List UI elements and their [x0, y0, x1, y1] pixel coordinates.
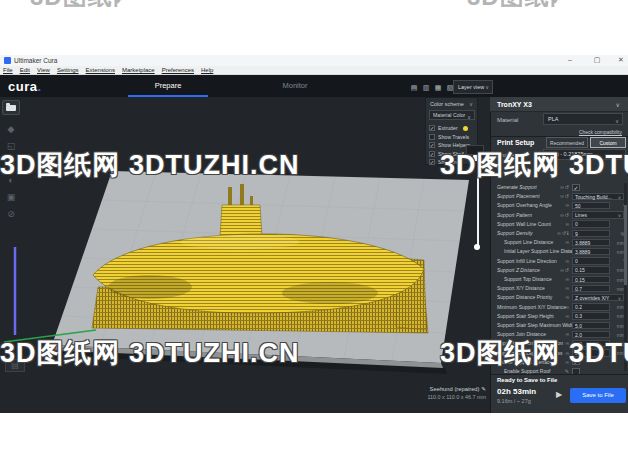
color-scheme-dropdown[interactable]: Material Color ∨	[429, 110, 475, 120]
tab-monitor[interactable]: Monitor	[255, 75, 335, 95]
preview-arrow-icon[interactable]: ▶	[556, 390, 562, 399]
move-icon[interactable]: ◆	[2, 122, 20, 137]
link-icon[interactable]: ∞	[536, 221, 570, 227]
chevron-down-icon: ∨	[618, 296, 621, 302]
setting-value-input[interactable]: 0	[572, 257, 610, 265]
printer-selector[interactable]: TronXY X3 ∨	[490, 97, 628, 112]
setting-value-input[interactable]: 5.0	[572, 322, 610, 330]
setting-value-input[interactable]: 0.7	[572, 285, 610, 293]
layer-slider-upper-handle[interactable]	[473, 155, 482, 161]
link-icon revert-icon info-icon[interactable]: ∞↺ℹ	[536, 230, 570, 236]
setting-value-input[interactable]: 0.2	[572, 349, 610, 357]
menu-help[interactable]: Help	[201, 67, 213, 73]
chevron-down-icon: ∨	[618, 195, 621, 201]
setting-row-support-density: Support Density∞↺ℹ9%	[490, 229, 628, 238]
layer-slider-lower-handle[interactable]	[474, 244, 480, 250]
link-icon[interactable]: ∞	[536, 239, 570, 245]
link-icon revert-icon[interactable]: ∞↺	[536, 267, 570, 273]
setting-dropdown[interactable]: Z overrides X/Y∨	[572, 294, 624, 302]
setting-value-input[interactable]: 0.2	[572, 340, 610, 348]
camera-view-1-icon[interactable]: ▤	[409, 83, 419, 93]
link-icon[interactable]: ∞	[536, 313, 570, 319]
chevron-down-icon[interactable]: ∨	[469, 101, 473, 107]
view-option-show-infill[interactable]: ✓Show Infill	[429, 158, 462, 166]
tab-prepare[interactable]: Prepare	[128, 75, 208, 97]
link-icon revert-icon[interactable]: ∞↺	[536, 212, 570, 218]
setting-value-input[interactable]: 0	[572, 220, 610, 228]
check-compatibility-link[interactable]: Check compatibility	[579, 129, 622, 135]
setting-checkbox[interactable]: ✓	[572, 184, 580, 191]
setting-value-input[interactable]: 0.2	[572, 303, 610, 311]
link-icon[interactable]: ∞	[536, 294, 570, 300]
view-mode-dropdown[interactable]: Layer view∨	[453, 80, 493, 94]
checkbox[interactable]: ✓	[429, 151, 435, 157]
checkbox[interactable]: ✓	[429, 142, 435, 148]
rotate-icon[interactable]: ↻	[2, 156, 20, 171]
viewport-3d-scene[interactable]	[0, 97, 490, 413]
maximize-button[interactable]: ▢	[590, 56, 604, 64]
view-option-show-helpers[interactable]: ✓Show Helpers	[429, 141, 470, 149]
object-list-button[interactable]: ▤	[5, 359, 25, 372]
setting-value-input[interactable]: 3.8889	[572, 248, 610, 256]
minimize-button[interactable]: –	[563, 56, 577, 63]
setting-value-input[interactable]: 2.0	[572, 331, 610, 339]
menu-marketplace[interactable]: Marketplace	[122, 67, 155, 73]
link-icon[interactable]: ∞	[536, 322, 570, 328]
view-option-extruder[interactable]: ✓Extruder	[429, 124, 468, 132]
menu-preferences[interactable]: Preferences	[162, 67, 194, 73]
recommended-button[interactable]: Recommended	[546, 137, 588, 148]
camera-view-3-icon[interactable]: ▦	[433, 83, 443, 93]
open-file-button[interactable]	[2, 100, 20, 115]
close-button[interactable]: ✕	[614, 56, 628, 64]
view-option-show-travels[interactable]: Show Travels	[429, 133, 469, 141]
chevron-down-icon: ∨	[485, 81, 489, 93]
favorite-star-icon[interactable]: ★	[610, 152, 614, 161]
model-name[interactable]: Seehund (repaired)	[430, 386, 480, 392]
save-to-file-button[interactable]: Save to File	[570, 388, 626, 403]
checkbox[interactable]: ✓	[429, 125, 435, 131]
link-icon[interactable]: ∞	[536, 276, 570, 282]
setting-dropdown[interactable]: Touching Build...∨	[572, 193, 624, 201]
setting-value-input[interactable]: 3.8889	[572, 239, 610, 247]
support-blocker-icon[interactable]: ⊘	[2, 207, 20, 222]
link-icon[interactable]: ∞	[536, 331, 570, 337]
edit-icon[interactable]: ✎	[481, 386, 486, 392]
scale-icon[interactable]: ◱	[2, 139, 20, 154]
link-icon[interactable]: ∞	[536, 285, 570, 291]
menu-settings[interactable]: Settings	[57, 67, 79, 73]
camera-view-2-icon[interactable]: ▥	[421, 83, 431, 93]
setting-row-support-x-y-distance: Support X/Y Distance∞0.7mm	[490, 284, 628, 293]
checkbox[interactable]: ✓	[429, 159, 435, 165]
layer-slider-track[interactable]	[477, 158, 479, 248]
link-icon[interactable]: ∞	[536, 248, 570, 254]
setting-dropdown[interactable]: Lines∨	[572, 211, 624, 219]
link-icon[interactable]: ∞	[536, 359, 570, 365]
link-icon[interactable]: ∞	[536, 304, 570, 310]
link-icon[interactable]: ∞	[536, 340, 570, 346]
link-icon revert-icon[interactable]: ∞↺	[536, 184, 570, 190]
custom-button[interactable]: Custom	[590, 137, 626, 148]
scrollbar-thumb[interactable]	[624, 205, 627, 285]
link-icon[interactable]: ∞	[536, 258, 570, 264]
setting-value-input[interactable]: 50	[572, 202, 610, 210]
checkbox[interactable]	[429, 134, 435, 140]
link-icon revert-icon[interactable]: ∞↺	[536, 193, 570, 199]
menu-file[interactable]: File	[3, 67, 13, 73]
setting-checkbox[interactable]: ✓	[572, 358, 580, 365]
setting-value-input[interactable]: 9	[572, 230, 610, 238]
menu-edit[interactable]: Edit	[20, 67, 30, 73]
setting-value-input[interactable]: 0.15	[572, 266, 610, 274]
chevron-down-icon: ∨	[615, 116, 619, 126]
link-icon[interactable]: ∞	[536, 202, 570, 208]
setting-row-support-infill-layer-thickness: Support Infill Layer Thickness∞0.2mm	[490, 349, 628, 358]
per-model-settings-icon[interactable]: ▣	[2, 190, 20, 205]
link-icon[interactable]: ∞	[536, 350, 570, 356]
setting-value-input[interactable]: 0.3	[572, 312, 610, 320]
mirror-icon[interactable]: ◐	[2, 173, 20, 188]
view-option-show-shell[interactable]: ✓Show Shell	[429, 150, 464, 158]
menu-view[interactable]: View	[37, 67, 50, 73]
material-dropdown[interactable]: PLA∨	[543, 113, 623, 125]
setting-value-input[interactable]: 0.15	[572, 276, 610, 284]
profile-dropdown[interactable]: Fast - 0.21875mm ★ ∨	[543, 149, 626, 160]
menu-extensions[interactable]: Extensions	[86, 67, 115, 73]
